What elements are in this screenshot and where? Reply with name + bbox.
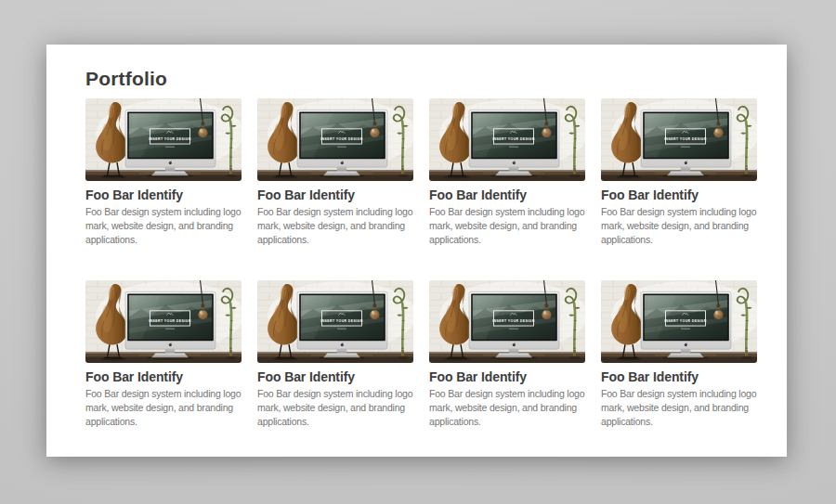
imac-desk-mockup-image xyxy=(85,98,242,181)
portfolio-thumbnail xyxy=(257,98,413,181)
portfolio-card[interactable]: Foo Bar Identify Foo Bar design system i… xyxy=(601,280,757,429)
portfolio-item-title: Foo Bar Identify xyxy=(601,369,757,384)
portfolio-item-description: Foo Bar design system including logo mar… xyxy=(85,387,242,429)
portfolio-item-description: Foo Bar design system including logo mar… xyxy=(257,205,413,247)
portfolio-item-description: Foo Bar design system including logo mar… xyxy=(257,387,413,429)
page-title: Portfolio xyxy=(85,68,757,90)
portfolio-item-title: Foo Bar Identify xyxy=(257,369,413,384)
portfolio-card[interactable]: Foo Bar Identify Foo Bar design system i… xyxy=(85,98,242,247)
portfolio-card[interactable]: Foo Bar Identify Foo Bar design system i… xyxy=(429,98,585,247)
portfolio-card[interactable]: Foo Bar Identify Foo Bar design system i… xyxy=(257,98,413,247)
portfolio-grid: Foo Bar Identify Foo Bar design system i… xyxy=(85,98,757,429)
imac-desk-mockup-image xyxy=(85,280,242,363)
portfolio-item-description: Foo Bar design system including logo mar… xyxy=(601,205,757,247)
portfolio-thumbnail xyxy=(85,98,242,181)
portfolio-item-description: Foo Bar design system including logo mar… xyxy=(601,387,757,429)
portfolio-item-description: Foo Bar design system including logo mar… xyxy=(429,205,585,247)
portfolio-thumbnail xyxy=(601,280,757,363)
imac-desk-mockup-image xyxy=(257,98,413,181)
portfolio-thumbnail xyxy=(257,280,413,363)
imac-desk-mockup-image xyxy=(601,280,757,363)
imac-desk-mockup-image xyxy=(429,98,585,181)
portfolio-item-description: Foo Bar design system including logo mar… xyxy=(429,387,585,429)
portfolio-item-title: Foo Bar Identify xyxy=(85,187,242,202)
portfolio-item-title: Foo Bar Identify xyxy=(601,187,757,202)
portfolio-card[interactable]: Foo Bar Identify Foo Bar design system i… xyxy=(429,280,585,429)
imac-desk-mockup-image xyxy=(429,280,585,363)
portfolio-card[interactable]: Foo Bar Identify Foo Bar design system i… xyxy=(601,98,757,247)
content-sheet: Portfolio Foo Bar Identify Foo Bar desig… xyxy=(46,45,787,457)
portfolio-item-title: Foo Bar Identify xyxy=(429,369,585,384)
portfolio-card[interactable]: Foo Bar Identify Foo Bar design system i… xyxy=(85,280,242,429)
portfolio-card[interactable]: Foo Bar Identify Foo Bar design system i… xyxy=(257,280,413,429)
portfolio-item-title: Foo Bar Identify xyxy=(257,187,413,202)
portfolio-item-title: Foo Bar Identify xyxy=(85,369,242,384)
portfolio-thumbnail xyxy=(429,98,585,181)
portfolio-item-title: Foo Bar Identify xyxy=(429,187,585,202)
imac-desk-mockup-image xyxy=(601,98,757,181)
portfolio-item-description: Foo Bar design system including logo mar… xyxy=(85,205,242,247)
portfolio-thumbnail xyxy=(601,98,757,181)
portfolio-thumbnail xyxy=(85,280,242,363)
portfolio-thumbnail xyxy=(429,280,585,363)
imac-desk-mockup-image xyxy=(257,280,413,363)
